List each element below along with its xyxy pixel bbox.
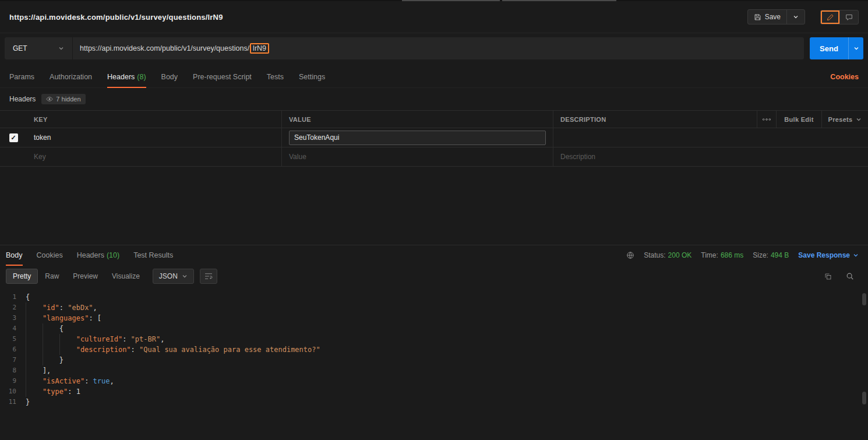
column-header-value: VALUE	[282, 111, 553, 128]
copy-response-button[interactable]	[824, 273, 832, 280]
eye-icon	[46, 96, 53, 103]
tab-headers[interactable]: Headers (8)	[107, 66, 146, 87]
code-line: 2"id": "ebDx",	[0, 302, 868, 313]
response-tab-test-results[interactable]: Test Results	[133, 245, 173, 265]
checkbox-column-header	[0, 111, 27, 128]
topbar-actions: Save	[747, 9, 859, 24]
row-checkbox-cell	[0, 147, 27, 166]
method-label: GET	[13, 44, 27, 52]
response-meta: Status: 200 OK Time: 686 ms Size: 494 B …	[626, 251, 859, 259]
format-label: JSON	[159, 272, 178, 280]
send-button[interactable]: Send	[810, 37, 848, 59]
response-tab-headers-count: (10)	[107, 251, 119, 259]
tab-body[interactable]: Body	[161, 66, 178, 87]
empty-area	[0, 167, 868, 245]
new-key-cell	[27, 147, 282, 166]
new-value-input[interactable]	[289, 150, 546, 164]
copy-icon	[824, 273, 832, 280]
size-label: Size:	[753, 251, 768, 259]
send-options-button[interactable]	[848, 37, 863, 59]
presets-dropdown[interactable]: Presets	[822, 111, 868, 128]
save-options-button[interactable]	[786, 10, 805, 24]
size-badge: Size: 494 B	[753, 251, 789, 259]
comment-button[interactable]	[839, 10, 858, 24]
code-block: 1{2"id": "ebDx",3"languages": [4{5"cultu…	[0, 292, 868, 407]
new-description-input[interactable]	[560, 150, 861, 164]
response-tab-body[interactable]: Body	[6, 245, 23, 265]
bulk-edit-button[interactable]: Bulk Edit	[777, 111, 822, 128]
tab-headers-count: (8)	[137, 73, 146, 81]
tab-authorization[interactable]: Authorization	[50, 66, 92, 87]
response-panel: Body Cookies Headers (10) Test Results S…	[0, 245, 868, 440]
url-text: https://api.movidesk.com/public/v1/surve…	[80, 44, 249, 52]
response-toolbar-actions	[824, 272, 859, 280]
response-tab-headers[interactable]: Headers (10)	[77, 245, 119, 265]
scrollbar-thumb[interactable]	[862, 392, 866, 404]
request-tabs: Params Authorization Headers (8) Body Pr…	[0, 66, 868, 88]
code-line: 7}	[0, 355, 868, 365]
new-key-input[interactable]	[34, 150, 274, 164]
scrollbar-thumb[interactable]	[862, 293, 866, 305]
search-icon	[846, 272, 854, 280]
save-icon	[754, 13, 761, 21]
text-wrap-icon	[204, 273, 213, 280]
save-label: Save	[765, 13, 781, 21]
headers-meta-row: Headers 7 hidden	[0, 88, 868, 109]
method-select[interactable]: GET	[5, 37, 73, 59]
chevron-down-icon	[853, 252, 859, 258]
tab-settings[interactable]: Settings	[299, 66, 325, 87]
row-checkbox-cell: ✓	[0, 128, 27, 147]
search-response-button[interactable]	[846, 272, 854, 280]
tab-pre-request-script[interactable]: Pre-request Script	[193, 66, 252, 87]
code-line: 1{	[0, 292, 868, 302]
tab-headers-label: Headers	[107, 73, 135, 81]
comment-icon	[845, 13, 853, 21]
view-tab-visualize[interactable]: Visualize	[105, 269, 147, 284]
hidden-headers-toggle[interactable]: 7 hidden	[41, 94, 85, 104]
header-key-cell[interactable]: token	[27, 128, 282, 147]
code-line: 4{	[0, 323, 868, 334]
hidden-headers-label: 7 hidden	[56, 96, 80, 103]
header-value-cell	[282, 128, 553, 147]
more-actions-button[interactable]	[757, 111, 777, 128]
request-url-row: GET https://api.movidesk.com/public/v1/s…	[0, 33, 868, 66]
headers-section-title: Headers	[9, 95, 36, 103]
url-highlight-annotation: lrN9	[250, 43, 269, 54]
header-description-input[interactable]	[560, 131, 861, 145]
save-button[interactable]: Save	[748, 10, 786, 24]
format-dropdown[interactable]: JSON	[153, 269, 194, 284]
chevron-down-icon	[182, 273, 188, 279]
url-input[interactable]: https://api.movidesk.com/public/v1/surve…	[73, 37, 804, 59]
header-row-token: ✓ token	[0, 128, 868, 147]
headers-table: KEY VALUE DESCRIPTION Bulk Edit Presets …	[0, 110, 868, 167]
header-description-cell	[553, 128, 868, 147]
code-line: 6"description": "Qual sua avaliação para…	[0, 344, 868, 355]
save-response-dropdown[interactable]: Save Response	[798, 251, 859, 259]
time-badge: Time: 686 ms	[701, 251, 743, 259]
save-response-label: Save Response	[798, 251, 850, 259]
response-tab-cookies[interactable]: Cookies	[37, 245, 63, 265]
send-button-group: Send	[810, 37, 863, 59]
header-value-input[interactable]	[289, 131, 546, 145]
view-tab-raw[interactable]: Raw	[38, 269, 66, 284]
cookies-link[interactable]: Cookies	[830, 73, 859, 81]
row-checkbox[interactable]: ✓	[9, 133, 18, 142]
tab-params[interactable]: Params	[9, 66, 34, 87]
code-line: 9"isActive": true,	[0, 376, 868, 386]
wrap-text-button[interactable]	[200, 269, 217, 284]
view-tab-pretty[interactable]: Pretty	[6, 269, 38, 284]
tab-tests[interactable]: Tests	[267, 66, 284, 87]
response-view-toolbar: Pretty Raw Preview Visualize JSON	[0, 265, 868, 287]
response-tab-headers-label: Headers	[77, 251, 104, 259]
network-icon[interactable]	[626, 251, 634, 259]
response-body-viewer[interactable]: 1{2"id": "ebDx",3"languages": [4{5"cultu…	[0, 287, 868, 440]
time-value: 686 ms	[721, 251, 743, 259]
presets-label: Presets	[828, 116, 853, 123]
view-tab-preview[interactable]: Preview	[66, 269, 105, 284]
code-line: 8],	[0, 365, 868, 376]
column-header-key: KEY	[27, 111, 282, 128]
workspace-tab-strip	[0, 0, 868, 1]
header-key-text: token	[34, 133, 51, 142]
edit-button[interactable]	[821, 10, 839, 24]
save-button-group: Save	[747, 9, 805, 24]
